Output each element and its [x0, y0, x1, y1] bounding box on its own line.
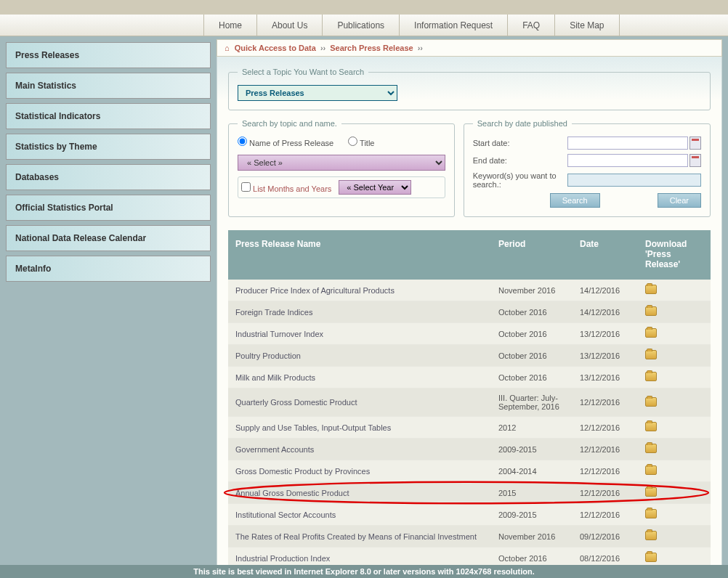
row-name: Milk and Milk Products — [235, 373, 498, 382]
folder-icon[interactable] — [645, 531, 657, 540]
row-download — [645, 553, 703, 563]
name-select[interactable]: « Select » — [238, 155, 445, 171]
sidebar-press-releases[interactable]: Press Releases — [6, 42, 211, 68]
header-banner — [0, 0, 728, 15]
table-row[interactable]: Milk and Milk ProductsOctober 201613/12/… — [228, 367, 711, 388]
select-year[interactable]: « Select Year — [339, 180, 411, 195]
start-date-label: Start date: — [473, 139, 567, 147]
sidebar-statistics-by-theme[interactable]: Statistics by Theme — [6, 134, 211, 160]
row-name: Gross Domestic Product by Provinces — [235, 467, 498, 476]
nav-home[interactable]: Home — [203, 15, 257, 36]
table-row[interactable]: Government Accounts2009-201512/12/2016 — [228, 439, 711, 460]
row-date: 12/12/2016 — [580, 489, 645, 497]
breadcrumb-item-2[interactable]: Search Press Release — [330, 44, 413, 52]
radio-name[interactable] — [238, 137, 247, 146]
row-period: 2009-2015 — [498, 510, 580, 519]
table-row[interactable]: Producer Price Index of Agricultural Pro… — [228, 280, 711, 301]
row-date: 13/12/2016 — [580, 373, 645, 382]
row-name: Foreign Trade Indices — [235, 308, 498, 317]
folder-icon[interactable] — [645, 487, 657, 497]
row-name: Institutional Sector Accounts — [235, 510, 498, 519]
list-months-label[interactable]: List Months and Years — [241, 182, 331, 193]
folder-icon[interactable] — [645, 350, 657, 359]
row-name: Government Accounts — [235, 445, 498, 454]
folder-icon[interactable] — [645, 285, 657, 294]
breadcrumb: ⌂ Quick Access to Data ›› Search Press R… — [217, 39, 722, 57]
nav-info-request[interactable]: Information Request — [400, 15, 508, 36]
sidebar-statistical-indicators[interactable]: Statistical Indicators — [6, 103, 211, 129]
nav-sitemap[interactable]: Site Map — [555, 15, 619, 36]
row-download — [645, 422, 703, 433]
row-date: 12/12/2016 — [580, 467, 645, 476]
row-name: Producer Price Index of Agricultural Pro… — [235, 286, 498, 295]
table-row[interactable]: Poultry ProductionOctober 201613/12/2016 — [228, 345, 711, 367]
radio-name-label[interactable]: Name of Press Release — [238, 137, 333, 147]
row-period: III. Quarter: July-September, 2016 — [498, 394, 580, 411]
radio-title-label[interactable]: Title — [348, 137, 374, 147]
row-download — [645, 509, 703, 520]
search-by-legend: Search by topic and name. — [238, 119, 341, 128]
folder-icon[interactable] — [645, 444, 657, 453]
row-download — [645, 531, 703, 542]
breadcrumb-sep-end: ›› — [418, 44, 423, 52]
sidebar-metainfo[interactable]: MetaInfo — [6, 256, 211, 282]
search-date-legend: Search by date published — [473, 119, 572, 128]
folder-icon[interactable] — [645, 328, 657, 338]
folder-icon[interactable] — [645, 372, 657, 381]
sidebar-official-statistics-portal[interactable]: Official Statistics Portal — [6, 195, 211, 221]
table-row[interactable]: Institutional Sector Accounts2009-201512… — [228, 504, 711, 526]
sidebar-national-data-release-calendar[interactable]: National Data Release Calendar — [6, 225, 211, 251]
nav-about[interactable]: About Us — [257, 15, 323, 36]
table-row[interactable]: The Rates of Real Profits Created by Mea… — [228, 526, 711, 548]
nav-faq[interactable]: FAQ — [508, 15, 555, 36]
results-table: Press Release Name Period Date Download … — [228, 230, 711, 569]
topic-select[interactable]: Press Releases — [238, 85, 397, 101]
row-period: 2004-2014 — [498, 467, 580, 476]
topic-legend: Select a Topic You Want to Search — [238, 68, 368, 76]
list-months-checkbox[interactable] — [241, 182, 251, 192]
table-row[interactable]: Gross Domestic Product by Provinces2004-… — [228, 460, 711, 482]
search-date-fieldset: Search by date published Start date: End… — [464, 119, 711, 217]
table-row[interactable]: Industrial Turnover IndexOctober 201613/… — [228, 323, 711, 345]
row-name: Quarterly Gross Domestic Product — [235, 398, 498, 407]
folder-icon[interactable] — [645, 465, 657, 475]
row-period: October 2016 — [498, 554, 580, 563]
end-date-input[interactable] — [567, 154, 688, 167]
search-button[interactable]: Search — [550, 193, 600, 208]
sidebar-main-statistics[interactable]: Main Statistics — [6, 73, 211, 99]
row-download — [645, 285, 703, 296]
folder-icon[interactable] — [645, 509, 657, 518]
table-row[interactable]: Quarterly Gross Domestic ProductIII. Qua… — [228, 388, 711, 417]
table-row[interactable]: Supply and Use Tables, Input-Output Tabl… — [228, 417, 711, 439]
row-download — [645, 328, 703, 339]
months-row: List Months and Years « Select Year — [238, 176, 445, 198]
row-date: 14/12/2016 — [580, 308, 645, 317]
breadcrumb-item-1[interactable]: Quick Access to Data — [235, 44, 316, 52]
col-header-download: Download 'Press Release' — [645, 239, 703, 271]
folder-icon[interactable] — [645, 306, 657, 316]
calendar-icon[interactable] — [689, 154, 701, 167]
col-header-name: Press Release Name — [235, 239, 498, 271]
row-date: 13/12/2016 — [580, 351, 645, 360]
table-row[interactable]: Annual Gross Domestic Product201512/12/2… — [228, 482, 711, 504]
start-date-input[interactable] — [567, 137, 688, 150]
row-period: October 2016 — [498, 330, 580, 338]
nav-publications[interactable]: Publications — [323, 15, 400, 36]
row-period: 2009-2015 — [498, 445, 580, 454]
keyword-input[interactable] — [567, 174, 701, 187]
row-download — [645, 397, 703, 408]
home-icon[interactable]: ⌂ — [225, 44, 230, 52]
row-download — [645, 306, 703, 317]
radio-title[interactable] — [348, 137, 357, 146]
folder-icon[interactable] — [645, 397, 657, 407]
row-date: 12/12/2016 — [580, 510, 645, 519]
folder-icon[interactable] — [645, 422, 657, 431]
table-row[interactable]: Foreign Trade IndicesOctober 201614/12/2… — [228, 301, 711, 323]
sidebar-databases[interactable]: Databases — [6, 164, 211, 190]
calendar-icon[interactable] — [689, 137, 701, 150]
row-period: October 2016 — [498, 308, 580, 317]
folder-icon[interactable] — [645, 553, 657, 562]
row-name: Annual Gross Domestic Product — [235, 489, 498, 497]
clear-button[interactable]: Clear — [658, 193, 701, 208]
footer-note: This site is best viewed in Internet Exp… — [0, 565, 728, 578]
